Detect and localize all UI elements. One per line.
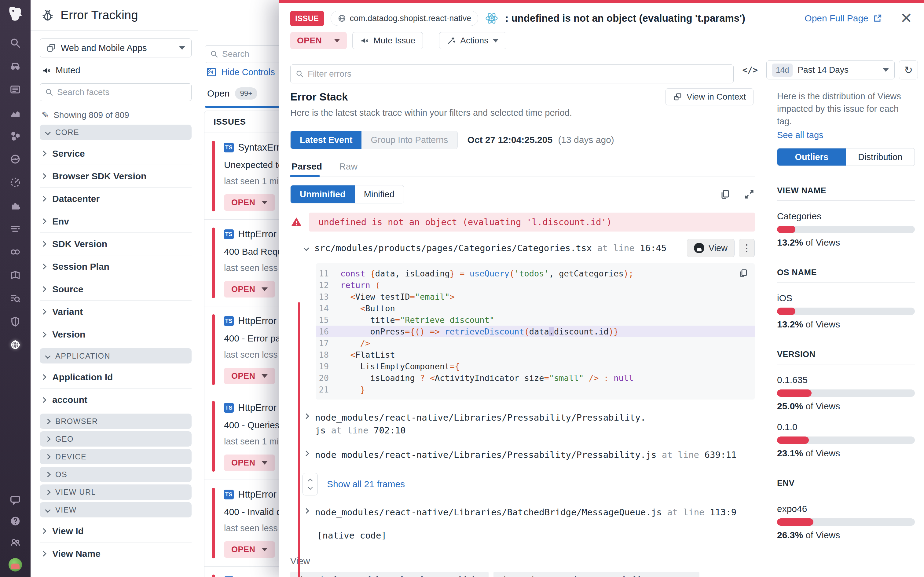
user-avatar[interactable] xyxy=(8,558,22,572)
facet-section-geo[interactable]: GEO xyxy=(40,431,192,446)
tab-outliers[interactable]: Outliers xyxy=(777,148,846,166)
facet-item-sdk-version[interactable]: SDK Version xyxy=(40,233,192,255)
chevron-down-icon xyxy=(334,39,340,42)
copy-icon[interactable] xyxy=(738,268,748,278)
mute-icon xyxy=(360,36,369,45)
facet-section-view-url[interactable]: VIEW URL xyxy=(40,484,192,500)
issue-status-dropdown[interactable]: OPEN xyxy=(224,368,275,384)
refresh-button[interactable]: ↻ xyxy=(899,60,918,79)
filter-errors-input[interactable] xyxy=(308,69,729,79)
integrations-icon[interactable] xyxy=(10,200,21,211)
scope-selector-label: Web and Mobile Apps xyxy=(61,43,174,53)
logs-icon[interactable] xyxy=(10,223,21,235)
binoculars-icon[interactable] xyxy=(10,60,21,72)
facet-item-env[interactable]: Env xyxy=(40,210,192,233)
facet-item-datacenter[interactable]: Datacenter xyxy=(40,187,192,210)
search-icon[interactable] xyxy=(10,37,21,49)
tab-raw[interactable]: Raw xyxy=(339,161,358,177)
infrastructure-icon[interactable] xyxy=(10,130,21,142)
pencil-icon[interactable]: ✎ xyxy=(42,110,49,120)
chevron-down-icon[interactable] xyxy=(303,245,309,251)
facet-section-view[interactable]: VIEW xyxy=(40,502,192,517)
issue-detail-panel: ISSUE com.datadog.shopist.react-native :… xyxy=(279,0,924,577)
facet-section-browser[interactable]: BROWSER xyxy=(40,414,192,429)
facet-section-os[interactable]: OS xyxy=(40,467,192,482)
facet-item-service[interactable]: Service xyxy=(40,142,192,165)
facet-section-core[interactable]: CORE xyxy=(40,125,192,140)
kebab-menu-button[interactable]: ⋮ xyxy=(739,239,755,257)
apm-icon[interactable] xyxy=(10,153,21,165)
toggle-unminified[interactable]: Unminified xyxy=(290,185,355,203)
github-view-button[interactable]: View xyxy=(687,239,735,257)
code-line-text: ListEmptyComponent={ xyxy=(340,362,460,371)
status-dropdown[interactable]: OPEN xyxy=(290,32,347,49)
facet-item-view-name[interactable]: View Name xyxy=(40,543,192,565)
distribution-bar-fill xyxy=(777,308,795,315)
ci-pipeline-icon[interactable] xyxy=(10,246,21,258)
news-feed-icon[interactable] xyxy=(10,84,21,95)
time-range-dropdown[interactable]: 14d Past 14 Days xyxy=(766,60,895,79)
issue-status-dropdown[interactable]: OPEN xyxy=(224,281,275,298)
network-globe-icon[interactable] xyxy=(10,339,21,351)
issue-status-dropdown[interactable]: OPEN xyxy=(224,541,275,558)
datadog-logo-icon[interactable] xyxy=(5,4,25,24)
application-pill[interactable]: com.datadog.shopist.react-native xyxy=(331,11,479,26)
chevron-down-icon xyxy=(261,374,268,378)
facet-search-input[interactable] xyxy=(57,87,186,97)
log-search-icon[interactable] xyxy=(10,293,21,304)
tab-distribution[interactable]: Distribution xyxy=(846,148,915,166)
muted-filter[interactable]: Muted xyxy=(40,65,192,76)
scope-selector-dropdown[interactable]: Web and Mobile Apps xyxy=(40,39,192,57)
facet-item-variant[interactable]: Variant xyxy=(40,301,192,323)
chat-icon[interactable] xyxy=(10,494,21,506)
code-line-number: 11 xyxy=(316,269,340,278)
expand-icon[interactable] xyxy=(744,189,755,200)
help-icon[interactable] xyxy=(10,515,21,527)
tab-group-into-patterns[interactable]: Group Into Patterns xyxy=(361,131,457,149)
facet-item-version[interactable]: Version xyxy=(40,323,192,346)
facet-item-view-id[interactable]: View Id xyxy=(40,520,192,543)
tab-latest-event[interactable]: Latest Event xyxy=(290,131,361,149)
code-line-text: return ( xyxy=(340,280,380,290)
view-tag[interactable]: View Path:Categories-P5MBn8hzftjaQMsVN_r… xyxy=(493,572,700,577)
distribution-group-header: VIEW NAME xyxy=(777,186,915,195)
facet-item-account[interactable]: account xyxy=(40,388,192,411)
users-icon[interactable] xyxy=(10,537,21,548)
issue-status-dropdown[interactable]: OPEN xyxy=(224,455,275,471)
open-full-page-link[interactable]: Open Full Page xyxy=(805,13,882,24)
see-all-tags-link[interactable]: See all tags xyxy=(777,130,915,140)
code-snippet: 11const {data, isLoading} = useQuery('to… xyxy=(316,263,755,400)
facet-item-browser-sdk-version[interactable]: Browser SDK Version xyxy=(40,165,192,187)
query-syntax-icon[interactable]: </> xyxy=(742,65,758,75)
hide-controls-button[interactable]: Hide Controls xyxy=(206,66,275,77)
distribution-percent: 13.2% of Views xyxy=(777,319,915,330)
notebook-icon[interactable] xyxy=(10,269,21,281)
gauge-icon[interactable] xyxy=(10,177,21,188)
facet-section-device[interactable]: DEVICE xyxy=(40,449,192,464)
facet-section-application[interactable]: APPLICATION xyxy=(40,348,192,364)
view-tag[interactable]: View Id:8f9e7936-fef9-4a1f-9e1f-e35c81cb… xyxy=(290,572,489,577)
tab-open[interactable]: Open 99+ xyxy=(207,87,257,100)
view-in-context-button[interactable]: View in Context xyxy=(666,88,753,105)
distribution-bar-fill xyxy=(777,518,813,526)
stack-frame[interactable]: node_modules/react-native/Libraries/Pres… xyxy=(290,448,755,461)
show-all-frames-link[interactable]: Show all 21 frames xyxy=(327,479,405,489)
chevron-right-icon xyxy=(303,508,309,514)
close-icon[interactable]: ✕ xyxy=(900,11,913,26)
stack-frame[interactable]: node_modules/react-native/Libraries/Batc… xyxy=(290,506,755,519)
stack-frame[interactable]: node_modules/react-native/Libraries/Pres… xyxy=(290,411,755,437)
facet-section-label: OS xyxy=(55,470,67,479)
facet-item-session-plan[interactable]: Session Plan xyxy=(40,255,192,278)
tab-parsed[interactable]: Parsed xyxy=(292,161,322,177)
metrics-icon[interactable] xyxy=(10,107,21,119)
mute-issue-button[interactable]: Mute Issue xyxy=(352,32,423,49)
copy-icon[interactable] xyxy=(719,189,730,200)
facet-item-application-id[interactable]: Application Id xyxy=(40,366,192,388)
facet-item-label: View Id xyxy=(52,526,84,537)
actions-dropdown[interactable]: Actions xyxy=(439,32,506,49)
issue-status-dropdown[interactable]: OPEN xyxy=(224,194,275,211)
frames-expander-button[interactable] xyxy=(303,473,318,495)
facet-item-source[interactable]: Source xyxy=(40,278,192,301)
security-icon[interactable] xyxy=(10,316,21,327)
toggle-minified[interactable]: Minified xyxy=(355,185,404,203)
